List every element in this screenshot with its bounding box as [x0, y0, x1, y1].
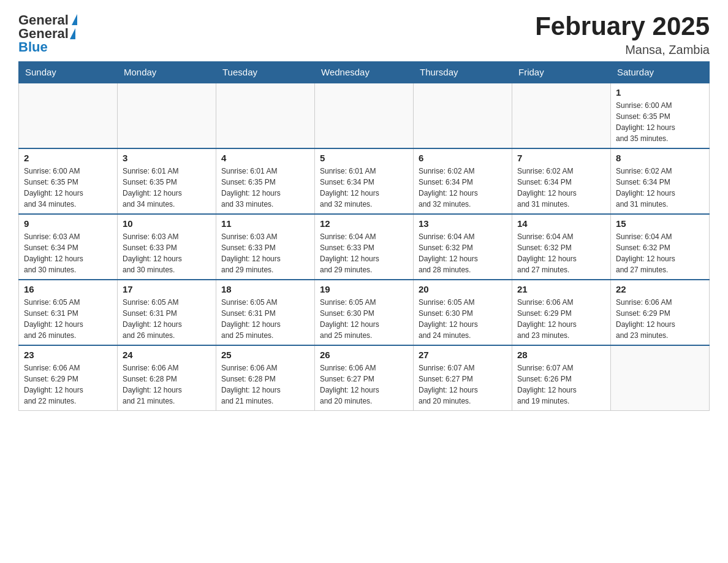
calendar-cell	[216, 83, 315, 148]
col-saturday: Saturday	[611, 61, 710, 83]
logo-container: General Blue	[18, 20, 75, 55]
day-number: 21	[517, 284, 605, 294]
day-number: 10	[123, 218, 211, 229]
calendar-cell	[118, 83, 216, 148]
calendar-cell: 22Sunrise: 6:06 AM Sunset: 6:29 PM Dayli…	[611, 280, 710, 345]
col-sunday: Sunday	[19, 61, 118, 83]
calendar-cell: 18Sunrise: 6:05 AM Sunset: 6:31 PM Dayli…	[216, 280, 315, 345]
day-info: Sunrise: 6:04 AM Sunset: 6:33 PM Dayligh…	[320, 231, 408, 275]
location-subtitle: Mansa, Zambia	[535, 43, 710, 57]
day-info: Sunrise: 6:04 AM Sunset: 6:32 PM Dayligh…	[517, 231, 605, 275]
day-number: 3	[123, 153, 211, 163]
calendar-cell: 6Sunrise: 6:02 AM Sunset: 6:34 PM Daylig…	[414, 148, 512, 214]
day-info: Sunrise: 6:03 AM Sunset: 6:33 PM Dayligh…	[123, 231, 211, 275]
day-number: 9	[24, 218, 112, 229]
day-info: Sunrise: 6:06 AM Sunset: 6:28 PM Dayligh…	[123, 362, 211, 407]
day-info: Sunrise: 6:04 AM Sunset: 6:32 PM Dayligh…	[616, 231, 704, 275]
calendar-cell: 14Sunrise: 6:04 AM Sunset: 6:32 PM Dayli…	[512, 214, 611, 280]
day-number: 11	[221, 218, 309, 229]
calendar-cell: 7Sunrise: 6:02 AM Sunset: 6:34 PM Daylig…	[512, 148, 611, 214]
col-monday: Monday	[118, 61, 216, 83]
day-number: 26	[320, 350, 408, 360]
day-info: Sunrise: 6:02 AM Sunset: 6:34 PM Dayligh…	[616, 166, 704, 210]
day-info: Sunrise: 6:04 AM Sunset: 6:32 PM Dayligh…	[419, 231, 507, 275]
calendar-cell: 21Sunrise: 6:06 AM Sunset: 6:29 PM Dayli…	[512, 280, 611, 345]
col-tuesday: Tuesday	[216, 61, 315, 83]
day-number: 19	[320, 284, 408, 294]
calendar-cell: 3Sunrise: 6:01 AM Sunset: 6:35 PM Daylig…	[118, 148, 216, 214]
day-number: 8	[616, 153, 704, 163]
day-number: 14	[517, 218, 605, 229]
day-number: 13	[419, 218, 507, 229]
day-info: Sunrise: 6:00 AM Sunset: 6:35 PM Dayligh…	[616, 100, 704, 144]
day-number: 6	[419, 153, 507, 163]
day-info: Sunrise: 6:06 AM Sunset: 6:28 PM Dayligh…	[221, 362, 309, 407]
day-number: 20	[419, 284, 507, 294]
calendar-cell: 2Sunrise: 6:00 AM Sunset: 6:35 PM Daylig…	[19, 148, 118, 214]
day-info: Sunrise: 6:07 AM Sunset: 6:27 PM Dayligh…	[419, 362, 507, 407]
day-info: Sunrise: 6:05 AM Sunset: 6:31 PM Dayligh…	[221, 297, 309, 341]
calendar-cell	[512, 83, 611, 148]
calendar-cell: 19Sunrise: 6:05 AM Sunset: 6:30 PM Dayli…	[315, 280, 414, 345]
week-row-2: 2Sunrise: 6:00 AM Sunset: 6:35 PM Daylig…	[19, 148, 710, 214]
day-info: Sunrise: 6:01 AM Sunset: 6:35 PM Dayligh…	[221, 166, 309, 210]
calendar-cell	[315, 83, 414, 148]
day-number: 12	[320, 218, 408, 229]
day-info: Sunrise: 6:05 AM Sunset: 6:31 PM Dayligh…	[24, 297, 112, 341]
calendar-cell: 23Sunrise: 6:06 AM Sunset: 6:29 PM Dayli…	[19, 345, 118, 411]
calendar-cell	[19, 83, 118, 148]
day-info: Sunrise: 6:05 AM Sunset: 6:30 PM Dayligh…	[419, 297, 507, 341]
day-info: Sunrise: 6:01 AM Sunset: 6:35 PM Dayligh…	[123, 166, 211, 210]
day-info: Sunrise: 6:05 AM Sunset: 6:31 PM Dayligh…	[123, 297, 211, 341]
calendar-cell: 12Sunrise: 6:04 AM Sunset: 6:33 PM Dayli…	[315, 214, 414, 280]
calendar-cell: 15Sunrise: 6:04 AM Sunset: 6:32 PM Dayli…	[611, 214, 710, 280]
calendar-cell: 11Sunrise: 6:03 AM Sunset: 6:33 PM Dayli…	[216, 214, 315, 280]
logo-arrow-icon	[70, 28, 75, 39]
calendar-cell: 1Sunrise: 6:00 AM Sunset: 6:35 PM Daylig…	[611, 83, 710, 148]
day-number: 24	[123, 350, 211, 360]
week-row-4: 16Sunrise: 6:05 AM Sunset: 6:31 PM Dayli…	[19, 280, 710, 345]
day-number: 22	[616, 284, 704, 294]
calendar-cell: 27Sunrise: 6:07 AM Sunset: 6:27 PM Dayli…	[414, 345, 512, 411]
calendar-cell: 26Sunrise: 6:06 AM Sunset: 6:27 PM Dayli…	[315, 345, 414, 411]
calendar-table: Sunday Monday Tuesday Wednesday Thursday…	[18, 61, 710, 411]
day-number: 25	[221, 350, 309, 360]
col-wednesday: Wednesday	[315, 61, 414, 83]
week-row-1: 1Sunrise: 6:00 AM Sunset: 6:35 PM Daylig…	[19, 83, 710, 148]
day-info: Sunrise: 6:03 AM Sunset: 6:33 PM Dayligh…	[221, 231, 309, 275]
calendar-cell: 9Sunrise: 6:03 AM Sunset: 6:34 PM Daylig…	[19, 214, 118, 280]
day-number: 2	[24, 153, 112, 163]
day-number: 18	[221, 284, 309, 294]
day-number: 7	[517, 153, 605, 163]
week-row-5: 23Sunrise: 6:06 AM Sunset: 6:29 PM Dayli…	[19, 345, 710, 411]
day-number: 16	[24, 284, 112, 294]
day-number: 17	[123, 284, 211, 294]
day-number: 15	[616, 218, 704, 229]
logo-text-blue: Blue	[18, 40, 48, 55]
calendar-cell: 17Sunrise: 6:05 AM Sunset: 6:31 PM Dayli…	[118, 280, 216, 345]
calendar-cell: 20Sunrise: 6:05 AM Sunset: 6:30 PM Dayli…	[414, 280, 512, 345]
month-title: February 2025	[535, 12, 710, 40]
calendar-cell: 16Sunrise: 6:05 AM Sunset: 6:31 PM Dayli…	[19, 280, 118, 345]
calendar-header-row: Sunday Monday Tuesday Wednesday Thursday…	[19, 61, 710, 83]
day-number: 5	[320, 153, 408, 163]
calendar-cell: 13Sunrise: 6:04 AM Sunset: 6:32 PM Dayli…	[414, 214, 512, 280]
day-number: 23	[24, 350, 112, 360]
week-row-3: 9Sunrise: 6:03 AM Sunset: 6:34 PM Daylig…	[19, 214, 710, 280]
calendar-cell	[414, 83, 512, 148]
day-info: Sunrise: 6:01 AM Sunset: 6:34 PM Dayligh…	[320, 166, 408, 210]
title-block: February 2025 Mansa, Zambia	[535, 12, 710, 57]
day-info: Sunrise: 6:06 AM Sunset: 6:27 PM Dayligh…	[320, 362, 408, 407]
day-number: 1	[616, 87, 704, 98]
day-info: Sunrise: 6:00 AM Sunset: 6:35 PM Dayligh…	[24, 166, 112, 210]
day-info: Sunrise: 6:05 AM Sunset: 6:30 PM Dayligh…	[320, 297, 408, 341]
day-info: Sunrise: 6:02 AM Sunset: 6:34 PM Dayligh…	[517, 166, 605, 210]
calendar-cell: 24Sunrise: 6:06 AM Sunset: 6:28 PM Dayli…	[118, 345, 216, 411]
day-info: Sunrise: 6:03 AM Sunset: 6:34 PM Dayligh…	[24, 231, 112, 275]
calendar-cell: 5Sunrise: 6:01 AM Sunset: 6:34 PM Daylig…	[315, 148, 414, 214]
day-number: 27	[419, 350, 507, 360]
day-info: Sunrise: 6:06 AM Sunset: 6:29 PM Dayligh…	[616, 297, 704, 341]
calendar-cell: 25Sunrise: 6:06 AM Sunset: 6:28 PM Dayli…	[216, 345, 315, 411]
col-thursday: Thursday	[414, 61, 512, 83]
calendar-cell: 8Sunrise: 6:02 AM Sunset: 6:34 PM Daylig…	[611, 148, 710, 214]
